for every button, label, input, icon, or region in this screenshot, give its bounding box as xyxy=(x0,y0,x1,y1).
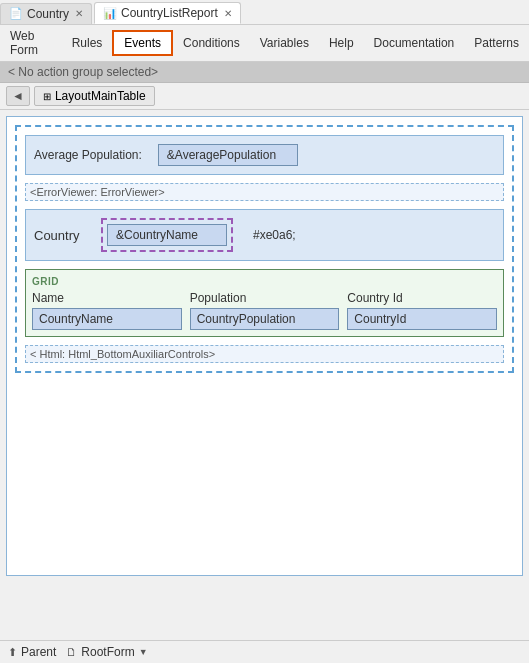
country-code-text: #xe0a6; xyxy=(253,228,296,242)
menu-documentation[interactable]: Documentation xyxy=(364,32,465,54)
menu-bar: Web Form Rules Events Conditions Variabl… xyxy=(0,25,529,62)
menu-rules[interactable]: Rules xyxy=(62,32,113,54)
grid-col-country-id: Country Id CountryId xyxy=(347,291,497,330)
country-name-field[interactable]: &CountryName xyxy=(107,224,227,246)
report-tab-icon: 📊 xyxy=(103,7,117,20)
root-form-label: RootForm xyxy=(81,645,134,659)
country-tab-close[interactable]: ✕ xyxy=(75,8,83,19)
status-bar: ⬆ Parent 🗋 RootForm ▼ xyxy=(0,640,529,663)
country-tab-icon: 📄 xyxy=(9,7,23,20)
html-bottom-text: < Html: Html_BottomAuxiliarControls> xyxy=(30,348,215,360)
tab-bar: 📄 Country ✕ 📊 CountryListReport ✕ xyxy=(0,0,529,25)
tab-country[interactable]: 📄 Country ✕ xyxy=(0,3,92,24)
outer-container: Average Population: &AveragePopulation <… xyxy=(15,125,514,373)
menu-help[interactable]: Help xyxy=(319,32,364,54)
canvas-area: Average Population: &AveragePopulation <… xyxy=(6,116,523,576)
tab-country-list-report[interactable]: 📊 CountryListReport ✕ xyxy=(94,2,241,24)
root-form-status-item[interactable]: 🗋 RootForm ▼ xyxy=(66,645,147,659)
country-tab-label: Country xyxy=(27,7,69,21)
root-form-dropdown-arrow[interactable]: ▼ xyxy=(139,647,148,657)
action-group-text: < No action group selected> xyxy=(8,65,158,79)
country-inner-container: &CountryName xyxy=(101,218,233,252)
grid-col-population-field[interactable]: CountryPopulation xyxy=(190,308,340,330)
menu-events[interactable]: Events xyxy=(112,30,173,56)
report-tab-close[interactable]: ✕ xyxy=(224,8,232,19)
avg-population-label: Average Population: xyxy=(34,148,142,162)
layout-btn-label: LayoutMainTable xyxy=(55,89,146,103)
parent-label: Parent xyxy=(21,645,56,659)
grid-col-name-header: Name xyxy=(32,291,182,305)
grid-section: GRID Name CountryName Population Country… xyxy=(25,269,504,337)
layout-main-table-button[interactable]: ⊞ LayoutMainTable xyxy=(34,86,155,106)
country-label: Country xyxy=(34,228,89,243)
html-bottom-bar: < Html: Html_BottomAuxiliarControls> xyxy=(25,345,504,363)
root-form-icon: 🗋 xyxy=(66,646,77,658)
grid-label: GRID xyxy=(32,276,497,287)
layout-table-icon: ⊞ xyxy=(43,91,51,102)
nav-arrow[interactable]: ◄ xyxy=(6,86,30,106)
grid-row: Name CountryName Population CountryPopul… xyxy=(32,291,497,330)
menu-conditions[interactable]: Conditions xyxy=(173,32,250,54)
action-group-bar: < No action group selected> xyxy=(0,62,529,83)
grid-col-country-id-header: Country Id xyxy=(347,291,497,305)
layout-toolbar: ◄ ⊞ LayoutMainTable xyxy=(0,83,529,110)
avg-population-field[interactable]: &AveragePopulation xyxy=(158,144,298,166)
error-viewer-text: <ErrorViewer: ErrorViewer> xyxy=(30,186,165,198)
parent-status-item[interactable]: ⬆ Parent xyxy=(8,645,56,659)
parent-icon: ⬆ xyxy=(8,646,17,659)
report-tab-label: CountryListReport xyxy=(121,6,218,20)
grid-col-population: Population CountryPopulation xyxy=(190,291,340,330)
grid-col-country-id-field[interactable]: CountryId xyxy=(347,308,497,330)
menu-variables[interactable]: Variables xyxy=(250,32,319,54)
menu-web-form[interactable]: Web Form xyxy=(0,25,62,61)
grid-col-population-header: Population xyxy=(190,291,340,305)
menu-patterns[interactable]: Patterns xyxy=(464,32,529,54)
country-section: Country &CountryName #xe0a6; xyxy=(25,209,504,261)
error-viewer-bar: <ErrorViewer: ErrorViewer> xyxy=(25,183,504,201)
avg-population-section: Average Population: &AveragePopulation xyxy=(25,135,504,175)
grid-col-name: Name CountryName xyxy=(32,291,182,330)
grid-col-name-field[interactable]: CountryName xyxy=(32,308,182,330)
